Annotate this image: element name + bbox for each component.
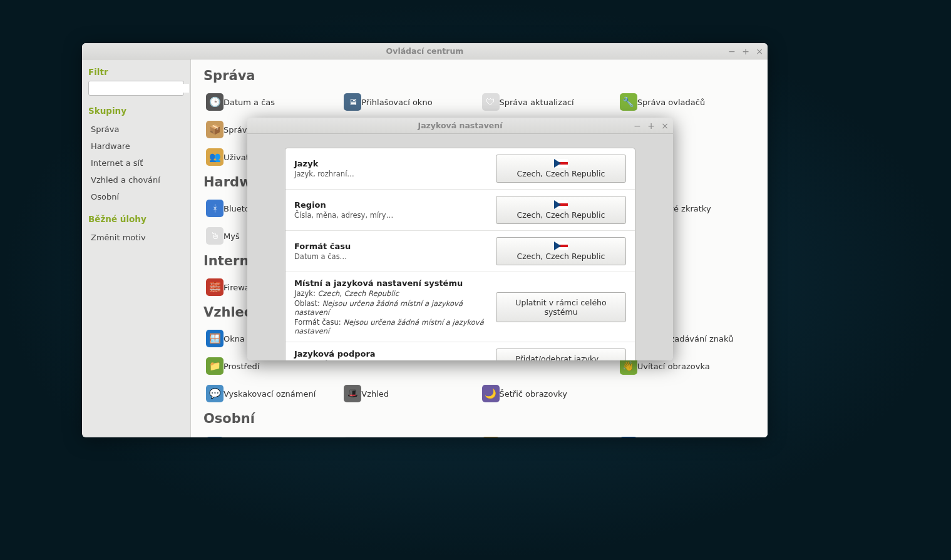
login-icon: 🖥 [344, 93, 361, 111]
windows-icon: 🪟 [206, 330, 224, 347]
row-time-sub: Datum a čas… [294, 252, 490, 261]
settings-item[interactable]: 🕒Datum a čas [203, 88, 341, 116]
settings-item[interactable]: 🖥Přihlašovací okno [341, 88, 479, 116]
sidebar-task-0[interactable]: Změnit motiv [88, 229, 184, 246]
dialog-title: Jazyková nastavení [418, 121, 502, 130]
settings-item[interactable]: 👤O mně [341, 431, 479, 437]
startup-icon: ⚙ [206, 437, 224, 437]
suit-icon: 🎩 [344, 385, 361, 402]
dialog-minimize-button[interactable]: − [632, 120, 643, 131]
settings-item[interactable]: 💬Vyskakovací oznámení [203, 380, 341, 407]
flag-cz-icon [554, 242, 568, 250]
region-button-label: Czech, Czech Republic [517, 210, 605, 220]
flag-cz-icon [554, 159, 568, 168]
row-region-sub: Čísla, měna, adresy, míry… [294, 211, 490, 220]
settings-item[interactable]: 🎩Vzhled [341, 380, 479, 407]
a11y-icon: ♿ [620, 437, 637, 437]
section-title-0: Správa [203, 68, 755, 83]
settings-item-label: Aplikace spouštěné při přihlášení [224, 436, 339, 437]
users-icon: 👥 [206, 148, 224, 166]
language-settings-dialog: Jazyková nastavení − + × Jazyk Jazyk, ro… [247, 118, 673, 360]
settings-item-label: Přihlašovací okno [361, 98, 432, 107]
notify-icon: 💬 [206, 385, 224, 402]
region-select-button[interactable]: Czech, Czech Republic [496, 196, 626, 224]
language-button-label: Czech, Czech Republic [517, 169, 605, 178]
settings-item[interactable]: 🌙Šetřič obrazovky [480, 380, 617, 407]
settings-list: Jazyk Jazyk, rozhraní… Czech, Czech Repu… [285, 148, 635, 360]
sidebar-group-2[interactable]: Internet a síť [88, 155, 184, 171]
row-region: Region Čísla, měna, adresy, míry… Czech,… [285, 190, 635, 231]
settings-item[interactable]: ⚙Aplikace spouštěné při přihlášení [203, 431, 341, 437]
search-input[interactable] [95, 84, 189, 93]
search-input-wrap[interactable] [88, 81, 184, 96]
add-remove-languages-button[interactable]: Přidat/odebrat jazyky… [496, 349, 626, 360]
settings-item[interactable]: 🛡Správa aktualizací [480, 88, 617, 116]
row-language-label: Jazyk [294, 159, 490, 168]
main-titlebar: Ovládací centrum − + × [82, 43, 768, 59]
sidebar-group-4[interactable]: Osobní [88, 188, 184, 205]
maximize-button[interactable]: + [740, 46, 751, 57]
filter-label: Filtr [88, 67, 184, 77]
sidebar-group-1[interactable]: Hardware [88, 138, 184, 155]
bluetooth-icon: ᚼ [206, 200, 224, 217]
settings-item-label: Okna [224, 334, 245, 344]
settings-item[interactable]: ⭐Preferované aplikace [480, 431, 617, 437]
row-time-label: Formát času [294, 242, 490, 251]
row-region-label: Region [294, 200, 490, 210]
chip-icon: 🔧 [620, 93, 637, 111]
box-icon: 📦 [206, 121, 224, 138]
groups-label: Skupiny [88, 106, 184, 116]
apply-systemwide-button[interactable]: Uplatnit v rámci celého systému [496, 292, 626, 322]
sidebar: Filtr Skupiny SprávaHardwareInternet a s… [82, 59, 190, 437]
flag-cz-icon [554, 200, 568, 209]
about-icon: 👤 [344, 437, 361, 437]
folder-icon: 📁 [206, 357, 224, 375]
sidebar-group-0[interactable]: Správa [88, 121, 184, 138]
settings-item-label: Myš [224, 232, 240, 241]
row-language: Jazyk Jazyk, rozhraní… Czech, Czech Repu… [285, 148, 635, 190]
settings-item-label: Správa aktualizací [500, 98, 574, 107]
settings-item-label: Uvítací obrazovka [637, 362, 710, 371]
row-time: Formát času Datum a čas… Czech, Czech Re… [285, 231, 635, 272]
minimize-button[interactable]: − [726, 46, 738, 57]
star-icon: ⭐ [482, 437, 500, 437]
dialog-titlebar: Jazyková nastavení − + × [247, 118, 673, 134]
section-title-4: Osobní [203, 411, 755, 426]
screensaver-icon: 🌙 [482, 385, 500, 402]
row-support-sub: 24 jazyků nainstalováno [294, 360, 490, 360]
firewall-icon: 🧱 [206, 278, 224, 296]
settings-item-label: Vyskakovací oznámení [224, 389, 316, 399]
clock-icon: 🕒 [206, 93, 224, 111]
shield-icon: 🛡 [482, 93, 500, 111]
row-system: Místní a jazyková nastavení systému Jazy… [285, 272, 635, 342]
main-window-title: Ovládací centrum [386, 46, 464, 56]
settings-item-label: Šetřič obrazovky [500, 389, 567, 399]
language-select-button[interactable]: Czech, Czech Republic [496, 155, 626, 183]
time-button-label: Czech, Czech Republic [517, 252, 605, 261]
row-support-label: Jazyková podpora [294, 349, 490, 359]
dialog-maximize-button[interactable]: + [645, 120, 657, 131]
settings-item-label: Datum a čas [224, 98, 275, 107]
dialog-close-button[interactable]: × [659, 120, 671, 131]
row-language-sub: Jazyk, rozhraní… [294, 170, 490, 178]
settings-item-label: Správa ovladačů [637, 98, 705, 107]
time-select-button[interactable]: Czech, Czech Republic [496, 237, 626, 265]
row-system-label: Místní a jazyková nastavení systému [294, 278, 490, 288]
add-remove-languages-label: Přidat/odebrat jazyky… [515, 354, 606, 360]
tasks-label: Běžné úlohy [88, 214, 184, 224]
settings-item[interactable]: 🔧Správa ovladačů [617, 88, 755, 116]
sidebar-group-3[interactable]: Vzhled a chování [88, 171, 184, 188]
row-support: Jazyková podpora 24 jazyků nainstalováno… [285, 342, 635, 360]
settings-item-label: Vzhled [361, 389, 389, 399]
settings-item-label: Prostředí [224, 362, 259, 371]
settings-item[interactable]: ♿Technologie usnadnění [617, 431, 755, 437]
apply-systemwide-label: Uplatnit v rámci celého systému [501, 298, 620, 317]
mouse-icon: 🖱 [206, 227, 224, 245]
close-button[interactable]: × [754, 46, 765, 57]
